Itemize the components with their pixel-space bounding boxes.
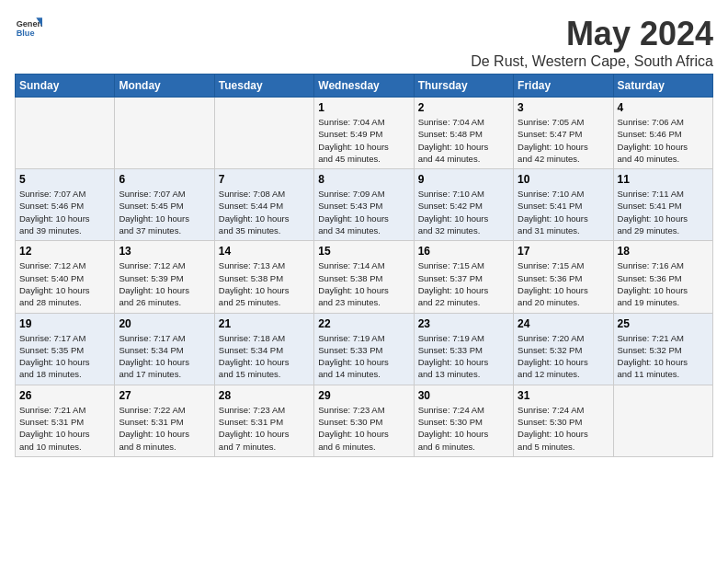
calendar-cell: 27Sunrise: 7:22 AM Sunset: 5:31 PM Dayli…: [115, 385, 214, 456]
day-number: 23: [418, 317, 509, 330]
day-info: Sunrise: 7:24 AM Sunset: 5:30 PM Dayligh…: [418, 404, 509, 453]
day-number: 25: [618, 317, 709, 330]
calendar-cell: 10Sunrise: 7:10 AM Sunset: 5:41 PM Dayli…: [514, 169, 613, 241]
day-info: Sunrise: 7:16 AM Sunset: 5:36 PM Dayligh…: [618, 259, 709, 308]
calendar-cell: 9Sunrise: 7:10 AM Sunset: 5:42 PM Daylig…: [414, 169, 513, 241]
day-info: Sunrise: 7:06 AM Sunset: 5:46 PM Dayligh…: [618, 116, 709, 165]
calendar-week-1: 5Sunrise: 7:07 AM Sunset: 5:46 PM Daylig…: [16, 169, 713, 241]
day-number: 3: [518, 101, 609, 114]
day-info: Sunrise: 7:20 AM Sunset: 5:32 PM Dayligh…: [518, 332, 609, 381]
calendar-week-0: 1Sunrise: 7:04 AM Sunset: 5:49 PM Daylig…: [16, 98, 713, 169]
calendar-cell: 4Sunrise: 7:06 AM Sunset: 5:46 PM Daylig…: [613, 98, 712, 169]
day-number: 26: [19, 389, 110, 402]
calendar-cell: 31Sunrise: 7:24 AM Sunset: 5:30 PM Dayli…: [514, 385, 613, 456]
calendar-cell: 17Sunrise: 7:15 AM Sunset: 5:36 PM Dayli…: [514, 241, 613, 313]
day-info: Sunrise: 7:23 AM Sunset: 5:31 PM Dayligh…: [219, 404, 310, 453]
header-cell-friday: Friday: [514, 75, 613, 98]
calendar-cell: 2Sunrise: 7:04 AM Sunset: 5:48 PM Daylig…: [414, 98, 513, 169]
day-info: Sunrise: 7:04 AM Sunset: 5:49 PM Dayligh…: [318, 116, 409, 165]
day-number: 31: [518, 389, 609, 402]
calendar-cell: 5Sunrise: 7:07 AM Sunset: 5:46 PM Daylig…: [16, 169, 115, 241]
day-number: 20: [119, 317, 210, 330]
svg-text:Blue: Blue: [17, 29, 35, 38]
calendar-cell: 21Sunrise: 7:18 AM Sunset: 5:34 PM Dayli…: [214, 313, 313, 385]
calendar-cell: 24Sunrise: 7:20 AM Sunset: 5:32 PM Dayli…: [514, 313, 613, 385]
day-number: 2: [418, 101, 509, 114]
calendar-cell: [115, 98, 214, 169]
day-number: 10: [518, 173, 609, 186]
calendar-cell: 19Sunrise: 7:17 AM Sunset: 5:35 PM Dayli…: [16, 313, 115, 385]
calendar-cell: 8Sunrise: 7:09 AM Sunset: 5:43 PM Daylig…: [314, 169, 414, 241]
title-area: May 2024 De Rust, Western Cape, South Af…: [471, 15, 713, 70]
calendar-week-3: 19Sunrise: 7:17 AM Sunset: 5:35 PM Dayli…: [16, 313, 713, 385]
calendar-cell: 7Sunrise: 7:08 AM Sunset: 5:44 PM Daylig…: [214, 169, 313, 241]
calendar-cell: 3Sunrise: 7:05 AM Sunset: 5:47 PM Daylig…: [514, 98, 613, 169]
day-info: Sunrise: 7:09 AM Sunset: 5:43 PM Dayligh…: [318, 188, 409, 236]
header-cell-thursday: Thursday: [414, 75, 513, 98]
day-number: 21: [219, 317, 310, 330]
main-title: May 2024: [471, 15, 713, 53]
calendar-cell: 28Sunrise: 7:23 AM Sunset: 5:31 PM Dayli…: [214, 385, 313, 456]
header-cell-monday: Monday: [115, 75, 214, 98]
day-info: Sunrise: 7:19 AM Sunset: 5:33 PM Dayligh…: [318, 332, 409, 381]
header-cell-wednesday: Wednesday: [314, 75, 414, 98]
day-number: 19: [19, 317, 110, 330]
calendar-week-4: 26Sunrise: 7:21 AM Sunset: 5:31 PM Dayli…: [16, 385, 713, 456]
day-info: Sunrise: 7:22 AM Sunset: 5:31 PM Dayligh…: [119, 404, 210, 453]
day-number: 15: [318, 245, 409, 258]
header: General Blue May 2024 De Rust, Western C…: [15, 15, 713, 70]
day-info: Sunrise: 7:12 AM Sunset: 5:40 PM Dayligh…: [19, 259, 110, 308]
calendar-cell: 29Sunrise: 7:23 AM Sunset: 5:30 PM Dayli…: [314, 385, 414, 456]
subtitle: De Rust, Western Cape, South Africa: [471, 53, 713, 70]
day-number: 13: [119, 245, 210, 258]
calendar-cell: 30Sunrise: 7:24 AM Sunset: 5:30 PM Dayli…: [414, 385, 513, 456]
day-number: 9: [418, 173, 509, 186]
calendar-cell: 15Sunrise: 7:14 AM Sunset: 5:38 PM Dayli…: [314, 241, 414, 313]
day-number: 14: [219, 245, 310, 258]
calendar-cell: 12Sunrise: 7:12 AM Sunset: 5:40 PM Dayli…: [16, 241, 115, 313]
calendar-table: SundayMondayTuesdayWednesdayThursdayFrid…: [15, 74, 713, 457]
day-number: 29: [318, 389, 409, 402]
day-number: 24: [518, 317, 609, 330]
calendar-cell: 1Sunrise: 7:04 AM Sunset: 5:49 PM Daylig…: [314, 98, 414, 169]
logo: General Blue: [15, 15, 42, 42]
day-number: 11: [618, 173, 709, 186]
calendar-cell: 26Sunrise: 7:21 AM Sunset: 5:31 PM Dayli…: [16, 385, 115, 456]
day-info: Sunrise: 7:21 AM Sunset: 5:32 PM Dayligh…: [618, 332, 709, 381]
day-info: Sunrise: 7:17 AM Sunset: 5:34 PM Dayligh…: [119, 332, 210, 381]
calendar-cell: 16Sunrise: 7:15 AM Sunset: 5:37 PM Dayli…: [414, 241, 513, 313]
calendar-cell: 25Sunrise: 7:21 AM Sunset: 5:32 PM Dayli…: [613, 313, 712, 385]
calendar-cell: [16, 98, 115, 169]
day-number: 7: [219, 173, 310, 186]
day-info: Sunrise: 7:13 AM Sunset: 5:38 PM Dayligh…: [219, 259, 310, 308]
header-row: SundayMondayTuesdayWednesdayThursdayFrid…: [16, 75, 713, 98]
day-info: Sunrise: 7:10 AM Sunset: 5:42 PM Dayligh…: [418, 188, 509, 236]
day-info: Sunrise: 7:11 AM Sunset: 5:41 PM Dayligh…: [618, 188, 709, 236]
day-info: Sunrise: 7:07 AM Sunset: 5:46 PM Dayligh…: [19, 188, 110, 236]
day-number: 8: [318, 173, 409, 186]
day-info: Sunrise: 7:18 AM Sunset: 5:34 PM Dayligh…: [219, 332, 310, 381]
day-number: 12: [19, 245, 110, 258]
day-number: 27: [119, 389, 210, 402]
day-info: Sunrise: 7:08 AM Sunset: 5:44 PM Dayligh…: [219, 188, 310, 236]
day-number: 18: [618, 245, 709, 258]
day-number: 28: [219, 389, 310, 402]
day-number: 6: [119, 173, 210, 186]
calendar-cell: 13Sunrise: 7:12 AM Sunset: 5:39 PM Dayli…: [115, 241, 214, 313]
day-number: 30: [418, 389, 509, 402]
day-number: 22: [318, 317, 409, 330]
day-info: Sunrise: 7:17 AM Sunset: 5:35 PM Dayligh…: [19, 332, 110, 381]
day-info: Sunrise: 7:04 AM Sunset: 5:48 PM Dayligh…: [418, 116, 509, 165]
calendar-cell: 6Sunrise: 7:07 AM Sunset: 5:45 PM Daylig…: [115, 169, 214, 241]
day-info: Sunrise: 7:24 AM Sunset: 5:30 PM Dayligh…: [518, 404, 609, 453]
day-number: 17: [518, 245, 609, 258]
day-info: Sunrise: 7:19 AM Sunset: 5:33 PM Dayligh…: [418, 332, 509, 381]
logo-icon: General Blue: [15, 15, 42, 42]
day-info: Sunrise: 7:07 AM Sunset: 5:45 PM Dayligh…: [119, 188, 210, 236]
calendar-cell: 18Sunrise: 7:16 AM Sunset: 5:36 PM Dayli…: [613, 241, 712, 313]
calendar-week-2: 12Sunrise: 7:12 AM Sunset: 5:40 PM Dayli…: [16, 241, 713, 313]
day-info: Sunrise: 7:10 AM Sunset: 5:41 PM Dayligh…: [518, 188, 609, 236]
calendar-cell: [613, 385, 712, 456]
day-info: Sunrise: 7:12 AM Sunset: 5:39 PM Dayligh…: [119, 259, 210, 308]
day-info: Sunrise: 7:14 AM Sunset: 5:38 PM Dayligh…: [318, 259, 409, 308]
